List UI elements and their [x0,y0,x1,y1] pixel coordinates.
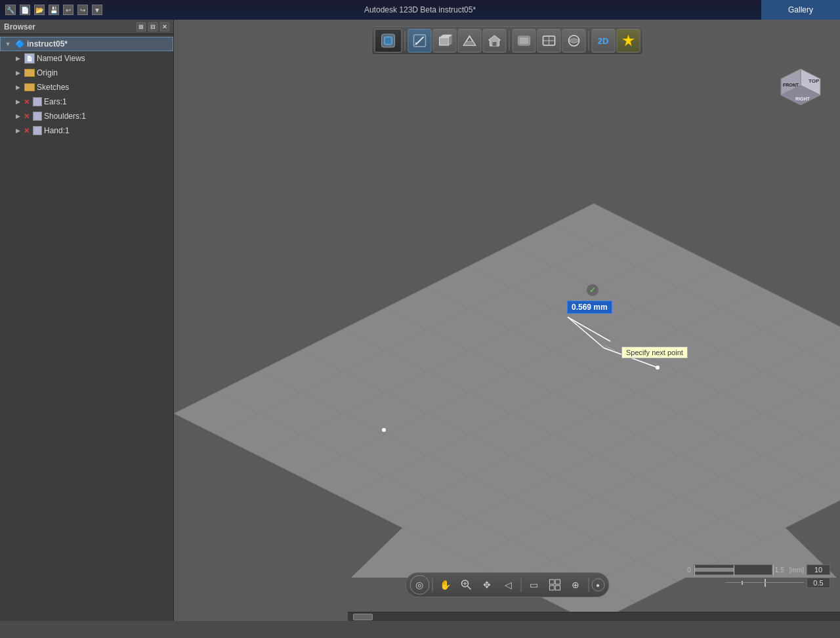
scale-min: 0 [687,566,691,574]
pan-btn[interactable]: ✋ [435,575,455,595]
named-views-label: Named Views [37,54,85,63]
box-view-btn[interactable] [432,29,456,53]
rectangle-btn[interactable]: ▭ [524,575,543,595]
dimension-value: 0.569 mm [572,303,608,312]
dimension-input[interactable]: 0.569 mm [567,301,612,314]
save-btn[interactable]: 💾 [49,5,59,15]
title-bar-left: 🔧 📄 📂 💾 ↩ ↪ ▼ [5,5,102,15]
material-btn[interactable] [562,29,585,53]
svg-rect-65 [555,585,560,590]
browser-header: Browser ⊞ ⊟ ✕ [0,20,173,34]
browser-title: Browser [4,22,35,32]
capture-btn[interactable] [616,29,640,53]
back-btn[interactable]: ◁ [498,575,518,595]
tree-item-ears[interactable]: ✕ Ears:1 [0,95,173,109]
tree-item-named-views[interactable]: 📄 Named Views [0,51,173,66]
perspective-btn[interactable] [457,29,481,53]
bot-sep3 [588,578,589,592]
sketch-btn[interactable] [408,29,431,53]
browser-icon-2[interactable]: ⊟ [148,22,158,32]
svg-marker-19 [622,35,634,46]
svg-rect-2 [385,38,390,43]
home-view-btn[interactable] [482,29,506,53]
shoulders-label: Shoulders:1 [44,112,86,121]
tooltip-text: Specify next point [626,349,683,356]
svg-point-49 [656,366,660,370]
current-scale-box: 0.5 [807,578,830,588]
app-icon[interactable]: 🔧 [5,5,16,15]
top-toolbar: 2D [371,26,643,55]
main-area: Browser ⊞ ⊟ ✕ 🔷 instruct05* 📄 Named View… [0,20,840,621]
svg-rect-63 [555,580,560,584]
browser-panel: Browser ⊞ ⊟ ✕ 🔷 instruct05* 📄 Named View… [0,20,174,621]
2d-btn[interactable]: 2D [591,29,615,53]
browser-icon-1[interactable]: ⊞ [136,22,146,32]
root-arrow [3,39,12,49]
tree-root[interactable]: 🔷 instruct05* [0,37,173,51]
named-views-arrow [13,54,22,63]
svg-text:RIGHT: RIGHT [795,96,810,101]
svg-line-59 [467,586,471,589]
ears-redx-icon: ✕ [24,98,30,106]
zoom-box-btn[interactable] [456,575,476,595]
origin-label: Origin [37,68,58,77]
ears-arrow [13,97,22,106]
wireframe-btn[interactable] [537,29,560,53]
shoulders-redx-icon: ✕ [24,112,30,121]
open-btn[interactable]: 📂 [34,5,45,15]
view-cube[interactable]: TOP FRONT RIGHT [774,66,827,118]
confirm-icon: ✓ [589,286,596,295]
scroll-thumb[interactable] [353,614,373,620]
bot-sep2 [520,578,521,592]
sep3 [588,31,589,51]
hand-doc-icon [33,126,42,135]
svg-point-50 [382,428,386,432]
hand-arrow [13,126,22,135]
svg-text:TOP: TOP [808,78,820,84]
dropdown-btn[interactable]: ▼ [92,5,102,15]
zoom-value-box: 10 [807,564,830,575]
title-bar: 🔧 📄 📂 💾 ↩ ↪ ▼ Autodesk 123D Beta instruc… [0,0,840,20]
isometric-grid [174,20,840,621]
confirm-button[interactable]: ✓ [586,284,599,297]
tree-item-hand[interactable]: ✕ Hand:1 [0,123,173,138]
gallery-bar[interactable]: Gallery [761,0,840,20]
new-btn[interactable]: 📄 [20,5,30,15]
sketches-icon [24,83,35,91]
ears-label: Ears:1 [44,97,67,106]
scale-unit: [mm] [789,566,804,574]
ears-doc-icon [33,97,42,106]
tree-item-shoulders[interactable]: ✕ Shoulders:1 [0,109,173,123]
move-btn[interactable]: ✥ [477,575,497,595]
options-btn[interactable]: ● [591,578,604,591]
gallery-label: Gallery [788,5,813,14]
origin-arrow [13,68,22,77]
sketches-arrow [13,83,22,92]
svg-rect-6 [439,37,448,45]
root-label: instruct05* [27,39,68,49]
hand-redx-icon: ✕ [24,127,30,135]
grid-btn[interactable] [545,575,564,595]
named-views-icon: 📄 [24,53,35,64]
bottom-scrollbar[interactable] [348,612,840,621]
view3d-btn[interactable] [374,29,402,53]
viewport[interactable]: 2D [174,20,840,621]
sketches-label: Sketches [37,83,69,92]
bottom-toolbar: ◎ ✋ ✥ ◁ ▭ [405,572,609,597]
scale-info: 0 1.5 [mm] 10 [687,564,830,588]
sep2 [509,31,509,51]
shoulders-doc-icon [33,112,42,121]
svg-rect-14 [519,37,528,44]
solid-btn[interactable] [512,29,536,53]
tree-item-origin[interactable]: Origin [0,66,173,80]
svg-rect-12 [492,42,496,46]
undo-btn[interactable]: ↩ [63,5,74,15]
svg-text:FRONT: FRONT [783,83,799,87]
lens-btn[interactable]: ⊕ [566,575,585,595]
select-btn[interactable]: ◎ [410,575,429,595]
tree-item-sketches[interactable]: Sketches [0,80,173,95]
specify-next-point-tooltip: Specify next point [621,347,688,358]
browser-close-icon[interactable]: ✕ [160,22,169,32]
shoulders-arrow [13,112,22,121]
redo-btn[interactable]: ↪ [77,5,88,15]
